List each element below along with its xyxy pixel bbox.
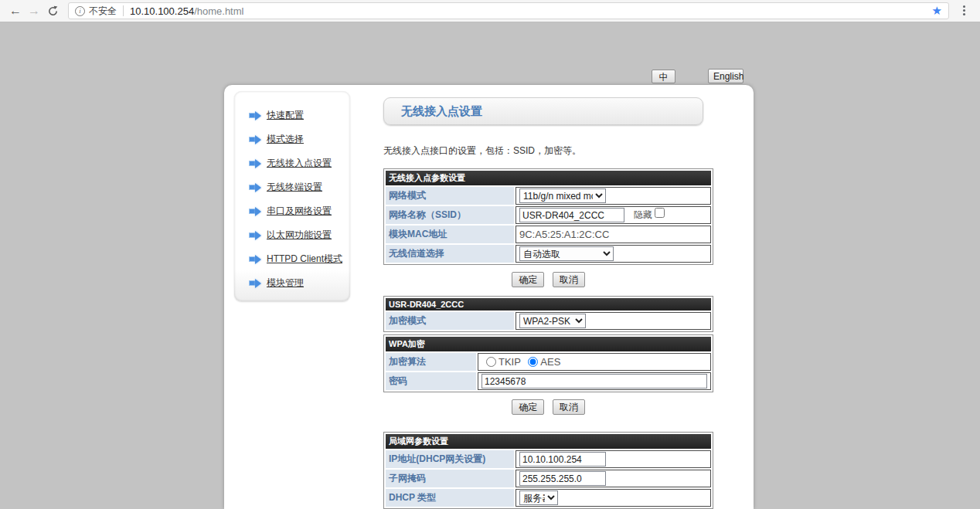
sidebar-item-serial-network[interactable]: 串口及网络设置 <box>250 199 350 223</box>
password-input[interactable] <box>481 374 707 389</box>
arrow-icon <box>250 207 261 216</box>
sidebar-item-ap-settings[interactable]: 无线接入点设置 <box>250 151 350 175</box>
channel-select[interactable]: 自动选取 <box>519 246 614 261</box>
url-text[interactable]: 10.10.100.254/home.html <box>130 5 243 17</box>
table-row: 子网掩码 <box>386 470 711 487</box>
info-icon[interactable]: i <box>75 6 85 16</box>
sidebar-item-label: 模块管理 <box>267 277 304 290</box>
mask-input[interactable] <box>519 471 606 486</box>
ap-params-header: 无线接入点参数设置 <box>386 171 711 185</box>
sidebar-item-sta-settings[interactable]: 无线终端设置 <box>250 175 350 199</box>
arrow-icon <box>250 255 261 264</box>
dhcp-type-label: DHCP 类型 <box>386 489 514 507</box>
table-row: 网络名称（SSID） 隐藏 <box>386 206 711 224</box>
confirm-button[interactable]: 确定 <box>512 272 544 287</box>
encryption-header: USR-DR404_2CCC <box>386 298 711 310</box>
omnibox-divider <box>123 5 124 16</box>
arrow-icon <box>250 159 261 168</box>
table-row: 网络模式 11b/g/n mixed mode <box>386 187 711 205</box>
ip-input[interactable] <box>519 452 606 467</box>
tkip-radio[interactable] <box>486 357 496 367</box>
sidebar-item-label: 无线终端设置 <box>267 181 322 194</box>
arrow-icon <box>250 279 261 288</box>
sidebar-item-mode-select[interactable]: 模式选择 <box>250 127 350 151</box>
lan-header: 局域网参数设置 <box>386 434 711 449</box>
page-title: 无线接入点设置 <box>401 104 482 119</box>
arrow-icon <box>250 183 261 192</box>
sidebar-item-label: 快速配置 <box>267 109 304 122</box>
address-bar[interactable]: i 不安全 10.10.100.254/home.html ★ <box>68 2 949 19</box>
aes-label: AES <box>540 356 560 368</box>
mac-value: 9C:A5:25:A1:2C:CC <box>516 226 711 243</box>
url-host: 10.10.100.254 <box>130 5 194 17</box>
page-background: 中文 English 快速配置 模式选择 无线接入点设置 无线终端设置 <box>0 23 980 509</box>
arrow-icon <box>250 111 261 120</box>
encryption-table: USR-DR404_2CCC 加密模式 WPA2-PSK <box>383 296 713 332</box>
ap-params-table: 无线接入点参数设置 网络模式 11b/g/n mixed mode 网络名称（S… <box>383 168 713 265</box>
table-row: IP地址(DHCP网关设置) <box>386 450 711 468</box>
table-row: DHCP 类型 服务器 <box>386 489 711 507</box>
table-row: 加密模式 WPA2-PSK <box>386 312 711 330</box>
refresh-arc <box>47 5 59 17</box>
sidebar-item-httpd-client[interactable]: HTTPD Client模式 <box>250 247 350 271</box>
language-chinese-button[interactable]: 中文 <box>652 70 675 83</box>
sidebar-item-quick-config[interactable]: 快速配置 <box>250 103 350 127</box>
arrow-icon <box>250 135 261 144</box>
sidebar-item-label: HTTPD Client模式 <box>267 253 342 266</box>
forward-icon[interactable]: → <box>25 4 43 18</box>
page-title-box: 无线接入点设置 <box>383 97 703 125</box>
table-row: 加密算法 TKIP AES <box>386 353 711 371</box>
browser-menu-icon[interactable] <box>957 3 972 19</box>
ap-params-buttons: 确定 取消 <box>383 272 713 287</box>
dhcp-type-select[interactable]: 服务器 <box>519 490 558 505</box>
confirm-button[interactable]: 确定 <box>512 399 544 415</box>
browser-toolbar: ← → i 不安全 10.10.100.254/home.html ★ <box>0 0 980 22</box>
channel-label: 无线信道选择 <box>386 245 514 263</box>
sidebar-item-label: 无线接入点设置 <box>267 157 332 170</box>
network-mode-select[interactable]: 11b/g/n mixed mode <box>519 188 606 203</box>
refresh-icon[interactable] <box>43 5 62 17</box>
ip-label: IP地址(DHCP网关设置) <box>386 450 514 468</box>
cancel-button[interactable]: 取消 <box>553 272 585 287</box>
url-path: /home.html <box>194 5 243 17</box>
lan-table: 局域网参数设置 IP地址(DHCP网关设置) 子网掩码 DHCP 类型 <box>383 432 713 509</box>
page-description: 无线接入点接口的设置，包括：SSID，加密等。 <box>383 144 713 158</box>
table-row: 无线信道选择 自动选取 <box>386 245 711 263</box>
aes-radio[interactable] <box>528 357 538 367</box>
table-row: 模块MAC地址 9C:A5:25:A1:2C:CC <box>386 226 711 243</box>
wpa-header: WPA加密 <box>386 337 711 351</box>
mask-label: 子网掩码 <box>386 470 514 487</box>
hide-ssid-label: 隐藏 <box>634 209 652 220</box>
tkip-label: TKIP <box>499 356 521 368</box>
bookmark-star-icon[interactable]: ★ <box>932 4 942 18</box>
sidebar-item-label: 模式选择 <box>267 133 304 146</box>
hide-ssid-checkbox[interactable] <box>655 208 665 218</box>
network-mode-label: 网络模式 <box>386 187 514 205</box>
password-label: 密码 <box>386 372 476 390</box>
mac-label: 模块MAC地址 <box>386 226 514 243</box>
arrow-icon <box>250 231 261 240</box>
wpa-buttons: 确定 取消 <box>383 399 713 415</box>
table-row: 密码 <box>386 372 711 390</box>
language-english-button[interactable]: English <box>708 69 744 83</box>
sidebar-item-ethernet[interactable]: 以太网功能设置 <box>250 223 350 247</box>
encryption-mode-label: 加密模式 <box>386 312 514 330</box>
main-content: 无线接入点设置 无线接入点接口的设置，包括：SSID，加密等。 无线接入点参数设… <box>383 97 713 509</box>
back-icon[interactable]: ← <box>6 4 25 18</box>
sidebar-item-module-mgmt[interactable]: 模块管理 <box>250 271 350 295</box>
ssid-input[interactable] <box>519 208 624 222</box>
security-label: 不安全 <box>89 5 117 18</box>
ssid-label: 网络名称（SSID） <box>386 206 514 224</box>
encryption-mode-select[interactable]: WPA2-PSK <box>519 314 586 328</box>
sidebar-menu: 快速配置 模式选择 无线接入点设置 无线终端设置 串口及网络设置 以太网功能设置 <box>234 91 350 301</box>
content-panel: 快速配置 模式选择 无线接入点设置 无线终端设置 串口及网络设置 以太网功能设置 <box>224 85 754 509</box>
cancel-button[interactable]: 取消 <box>553 399 585 415</box>
wpa-table: WPA加密 加密算法 TKIP AES 密码 <box>383 334 713 392</box>
algorithm-label: 加密算法 <box>386 353 476 371</box>
sidebar-item-label: 以太网功能设置 <box>267 229 332 242</box>
sidebar-item-label: 串口及网络设置 <box>267 205 332 218</box>
